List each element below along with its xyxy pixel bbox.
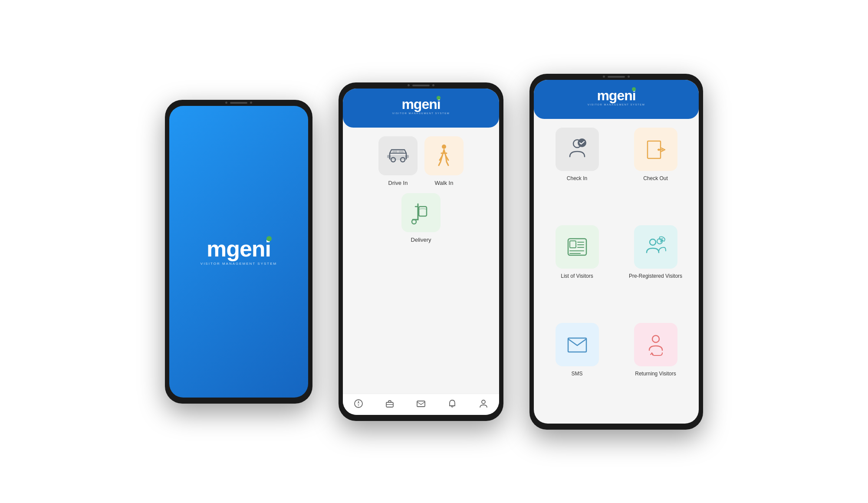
menu-item-drive-in[interactable]: Drive In <box>378 136 418 186</box>
list-visitors-icon-box <box>556 225 599 269</box>
menu-row-2: Delivery <box>401 193 441 243</box>
returning-label: Returning Visitors <box>635 371 676 378</box>
svg-point-36 <box>652 335 659 342</box>
svg-rect-3 <box>387 155 391 158</box>
nav-mail[interactable] <box>416 398 426 409</box>
splash-screen: mgeni VISITOR MANAGEMENT SYSTEM <box>169 106 308 398</box>
bottom-nav <box>343 394 499 415</box>
svg-rect-4 <box>405 155 409 158</box>
svg-rect-18 <box>417 401 425 407</box>
svg-rect-10 <box>419 207 427 216</box>
splash-logo: mgeni VISITOR MANAGEMENT SYSTEM <box>201 237 277 266</box>
splash-logo-text: mgeni <box>207 237 271 260</box>
phone-grid: mgen i VISITOR MANAGEMENT SYSTEM <box>529 74 703 430</box>
app-grid: Check In Check Out <box>534 119 699 424</box>
sensor-dot <box>628 76 630 78</box>
nav-bell[interactable] <box>447 398 457 409</box>
camera-dot <box>603 76 605 78</box>
sensor-dot <box>432 84 434 86</box>
sensor-dot <box>250 102 252 104</box>
svg-rect-5 <box>392 151 398 153</box>
check-out-label: Check Out <box>643 175 668 182</box>
header-subtitle-3: VISITOR MANAGEMENT SYSTEM <box>588 103 645 106</box>
pre-registered-icon-box <box>634 225 677 269</box>
nav-briefcase[interactable] <box>385 398 395 409</box>
menu-row-1: Drive In <box>378 136 464 186</box>
speaker <box>230 102 247 104</box>
nav-compass[interactable] <box>353 398 364 409</box>
app-screen-menu: mgen i VISITOR MANAGEMENT SYSTEM <box>343 89 499 415</box>
delivery-label: Delivery <box>411 237 431 243</box>
menu-grid: Drive In <box>343 128 499 394</box>
speaker <box>412 85 430 86</box>
walk-in-icon-box <box>424 136 464 175</box>
logo-green-dot <box>437 96 441 100</box>
app-header: mgen i VISITOR MANAGEMENT SYSTEM <box>343 89 499 128</box>
grid-item-pre-registered[interactable]: Pre-Registered Visitors <box>619 225 692 317</box>
app-screen-grid: mgen i VISITOR MANAGEMENT SYSTEM <box>534 80 699 424</box>
check-out-icon-box <box>634 128 677 171</box>
grid-item-check-out[interactable]: Check Out <box>619 128 692 219</box>
header-logo-3: mgen i VISITOR MANAGEMENT SYSTEM <box>588 89 645 106</box>
splash-logo-subtitle: VISITOR MANAGEMENT SYSTEM <box>201 262 277 266</box>
header-subtitle: VISITOR MANAGEMENT SYSTEM <box>392 112 450 115</box>
returning-icon-box <box>634 323 677 366</box>
logo-i-container: i <box>437 97 441 111</box>
drive-in-label: Drive In <box>388 180 408 186</box>
grid-item-list-visitors[interactable]: List of Visitors <box>541 225 613 317</box>
grid-item-returning[interactable]: Returning Visitors <box>619 323 692 414</box>
app-header-3: mgen i VISITOR MANAGEMENT SYSTEM <box>534 80 699 119</box>
svg-point-32 <box>650 239 656 245</box>
menu-item-delivery[interactable]: Delivery <box>401 193 441 243</box>
grid-item-sms[interactable]: SMS <box>541 323 613 414</box>
header-logo: mgen i VISITOR MANAGEMENT SYSTEM <box>392 97 450 115</box>
sms-label: SMS <box>571 371 582 378</box>
svg-point-7 <box>442 145 446 149</box>
svg-point-19 <box>482 400 485 404</box>
speaker <box>608 76 625 78</box>
phone-splash: mgeni VISITOR MANAGEMENT SYSTEM <box>165 100 312 404</box>
svg-rect-26 <box>570 241 576 248</box>
logo-letters: mgen <box>401 97 437 111</box>
camera-dot <box>225 102 227 104</box>
logo-green-dot-3 <box>632 87 636 91</box>
pre-registered-label: Pre-Registered Visitors <box>629 273 682 280</box>
list-visitors-label: List of Visitors <box>561 273 593 280</box>
menu-item-walk-in[interactable]: Walk In <box>424 136 464 186</box>
nav-person[interactable] <box>478 398 489 409</box>
walk-in-label: Walk In <box>435 180 454 186</box>
svg-marker-14 <box>358 401 359 404</box>
delivery-icon-box <box>401 193 441 232</box>
check-in-icon-box <box>556 128 599 171</box>
check-in-label: Check In <box>567 175 587 182</box>
sms-icon-box <box>556 323 599 366</box>
camera-dot <box>408 84 410 86</box>
drive-in-icon-box <box>378 136 418 175</box>
grid-item-check-in[interactable]: Check In <box>541 128 613 219</box>
svg-rect-6 <box>398 151 404 153</box>
phone-menu: mgen i VISITOR MANAGEMENT SYSTEM <box>339 82 503 421</box>
svg-marker-15 <box>358 404 359 407</box>
